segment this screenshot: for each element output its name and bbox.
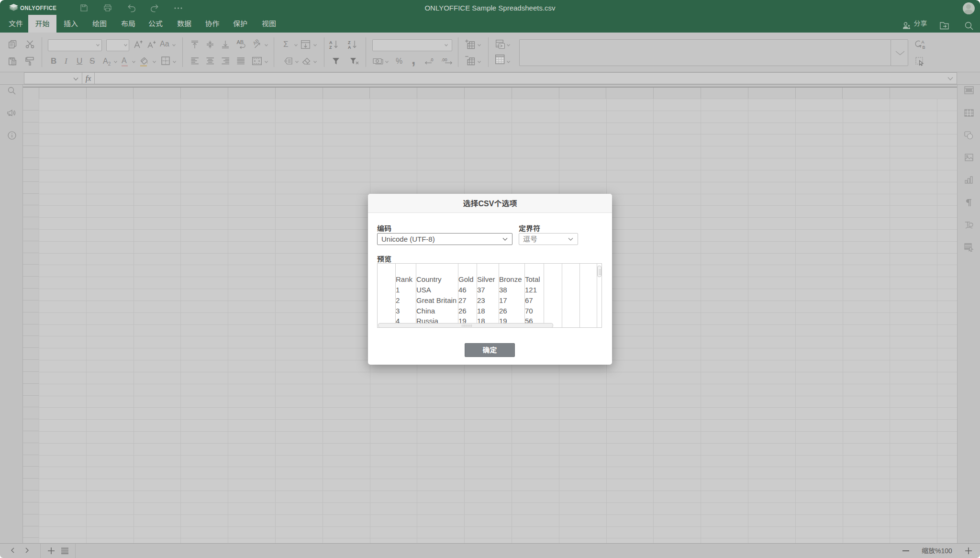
- svg-text:.00: .00: [441, 57, 447, 62]
- svg-text:A: A: [922, 40, 924, 45]
- svg-text:A: A: [329, 40, 333, 45]
- svg-text:Z: Z: [329, 45, 332, 50]
- svg-text:B: B: [923, 45, 925, 50]
- svg-text:A: A: [348, 45, 351, 50]
- svg-text:AB: AB: [237, 39, 244, 45]
- svg-text:.0: .0: [430, 57, 434, 62]
- svg-text:Z: Z: [348, 40, 351, 45]
